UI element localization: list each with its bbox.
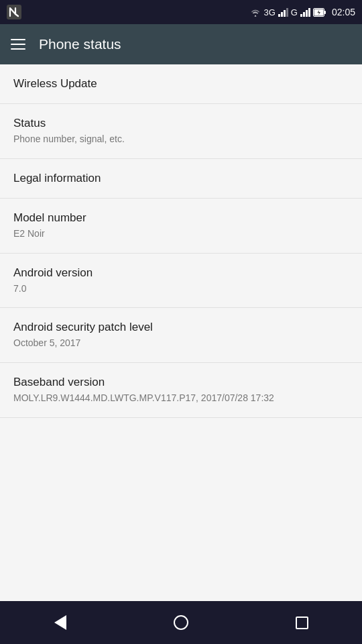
- list-item-android-security-patch[interactable]: Android security patch levelOctober 5, 2…: [0, 308, 362, 363]
- list-item-title-android-version: Android version: [13, 266, 349, 280]
- svg-rect-9: [308, 8, 310, 17]
- status-bar-right: 3G G 02:05: [250, 7, 355, 17]
- list-item-wireless-update[interactable]: Wireless Update: [0, 64, 362, 104]
- list-item-title-baseband-version: Baseband version: [13, 375, 349, 390]
- svg-rect-2: [278, 14, 280, 17]
- list-item-legal-information[interactable]: Legal information: [0, 159, 362, 199]
- list-item-subtitle-model-number: E2 Noir: [13, 227, 349, 241]
- home-icon: [174, 615, 188, 630]
- svg-rect-3: [281, 12, 283, 17]
- list-item-title-android-security-patch: Android security patch level: [13, 320, 349, 335]
- list-item-subtitle-android-version: 7.0: [13, 282, 349, 296]
- list-item-model-number[interactable]: Model numberE2 Noir: [0, 199, 362, 254]
- list-item-subtitle-baseband-version: MOLY.LR9.W1444.MD.LWTG.MP.V117.P17, 2017…: [13, 392, 349, 405]
- hamburger-line-2: [11, 44, 25, 45]
- list-item-android-version[interactable]: Android version7.0: [0, 254, 362, 309]
- list-item-status[interactable]: StatusPhone number, signal, etc.: [0, 104, 362, 159]
- page-title: Phone status: [39, 36, 121, 52]
- hamburger-menu-button[interactable]: [11, 39, 25, 50]
- list-item-baseband-version[interactable]: Baseband versionMOLY.LR9.W1444.MD.LWTG.M…: [0, 363, 362, 418]
- content-list: Wireless UpdateStatusPhone number, signa…: [0, 64, 362, 601]
- svg-rect-8: [306, 10, 308, 17]
- battery-icon: [313, 8, 326, 17]
- back-button[interactable]: [40, 609, 80, 636]
- carrier-signal-icon: [300, 8, 310, 17]
- list-item-subtitle-android-security-patch: October 5, 2017: [13, 337, 349, 350]
- back-icon: [54, 615, 66, 630]
- signal-icon: [278, 8, 288, 17]
- app-bar: Phone status: [0, 24, 362, 64]
- status-bar: 3G G 02:05: [0, 0, 362, 24]
- status-bar-left: [7, 5, 21, 19]
- list-item-subtitle-status: Phone number, signal, etc.: [13, 133, 349, 146]
- list-item-title-wireless-update: Wireless Update: [13, 76, 349, 91]
- carrier-label: G: [291, 7, 298, 17]
- navigation-bar: [0, 601, 362, 644]
- list-item-title-status: Status: [13, 116, 349, 131]
- svg-rect-11: [324, 11, 326, 14]
- hamburger-line-1: [11, 39, 25, 40]
- list-item-title-legal-information: Legal information: [13, 171, 349, 186]
- svg-rect-6: [300, 14, 302, 17]
- recents-button[interactable]: [282, 609, 322, 636]
- clock: 02:05: [332, 7, 355, 17]
- recents-icon: [296, 616, 308, 629]
- list-item-title-model-number: Model number: [13, 211, 349, 225]
- svg-rect-5: [286, 8, 288, 17]
- wifi-icon: [250, 8, 261, 17]
- n-logo-icon: [7, 5, 21, 19]
- network-label: 3G: [263, 7, 275, 17]
- hamburger-line-3: [11, 48, 25, 50]
- home-button[interactable]: [161, 609, 201, 636]
- svg-rect-7: [303, 12, 305, 17]
- svg-rect-4: [284, 10, 286, 17]
